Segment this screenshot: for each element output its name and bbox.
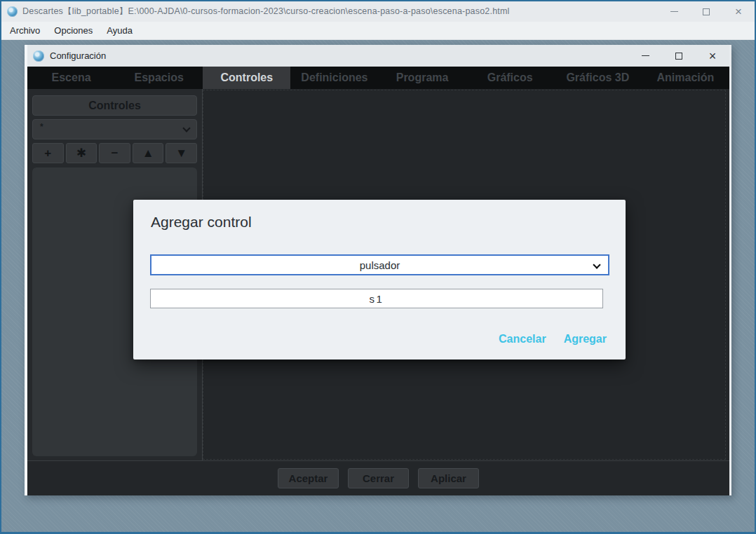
- tab-escena[interactable]: Escena: [27, 67, 115, 89]
- chevron-down-icon: [593, 261, 600, 268]
- descartes-logo-icon: [7, 6, 18, 17]
- cancelar-button[interactable]: Cancelar: [499, 333, 546, 345]
- control-filter-value: *: [40, 120, 43, 132]
- config-window-controls: ×: [628, 45, 729, 67]
- control-name-input[interactable]: [150, 289, 603, 308]
- tab-controles[interactable]: Controles: [203, 67, 290, 89]
- dialog-actions: Cancelar Agregar: [499, 333, 607, 345]
- dialog-title: Agregar control: [151, 214, 252, 231]
- aceptar-button[interactable]: Aceptar: [278, 468, 339, 488]
- controls-panel-header: Controles: [32, 95, 197, 116]
- control-filter-select[interactable]: *: [32, 119, 197, 139]
- aplicar-button[interactable]: Aplicar: [418, 468, 479, 488]
- agregar-button[interactable]: Agregar: [564, 333, 607, 345]
- menu-ayuda[interactable]: Ayuda: [100, 22, 140, 39]
- move-up-button[interactable]: ▲: [133, 143, 164, 163]
- cerrar-button[interactable]: Cerrar: [348, 468, 409, 488]
- tab-graficos-3d[interactable]: Gráficos 3D: [554, 67, 642, 89]
- menu-archivo[interactable]: Archivo: [3, 22, 47, 39]
- duplicate-control-button[interactable]: ✱: [66, 143, 97, 163]
- tab-animacion[interactable]: Animación: [642, 67, 729, 89]
- chevron-down-icon: [182, 124, 190, 132]
- maximize-icon[interactable]: [690, 1, 722, 22]
- agregar-control-dialog: Agregar control pulsador Cancelar Agrega…: [133, 200, 626, 360]
- move-down-button[interactable]: ▼: [166, 143, 197, 163]
- config-window-title: Configuración: [50, 50, 106, 61]
- control-type-value: pulsador: [360, 259, 400, 271]
- tab-graficos[interactable]: Gráficos: [466, 67, 554, 89]
- tab-espacios[interactable]: Espacios: [115, 67, 203, 89]
- main-window-title: Descartes【lib_portable】E:\000-AJDA\0-cur…: [22, 6, 510, 18]
- descartes-logo-icon: [33, 50, 44, 62]
- maximize-icon[interactable]: [662, 45, 696, 67]
- close-icon[interactable]: ×: [722, 1, 755, 22]
- config-tabbar: Escena Espacios Controles Definiciones P…: [27, 67, 729, 89]
- controls-toolbar: + ✱ − ▲ ▼: [32, 143, 197, 163]
- minimize-icon[interactable]: [628, 45, 662, 67]
- main-titlebar: Descartes【lib_portable】E:\000-AJDA\0-cur…: [1, 1, 755, 22]
- config-titlebar: Configuración ×: [27, 45, 729, 67]
- main-window: Descartes【lib_portable】E:\000-AJDA\0-cur…: [0, 0, 756, 534]
- menu-opciones[interactable]: Opciones: [47, 22, 100, 39]
- close-icon[interactable]: ×: [696, 45, 729, 67]
- remove-control-button[interactable]: −: [99, 143, 130, 163]
- minimize-icon[interactable]: [658, 1, 690, 22]
- control-type-select[interactable]: pulsador: [150, 254, 609, 275]
- main-window-controls: ×: [658, 1, 755, 22]
- config-footer: Aceptar Cerrar Aplicar: [27, 460, 729, 495]
- add-control-button[interactable]: +: [32, 143, 64, 163]
- tab-programa[interactable]: Programa: [379, 67, 466, 89]
- menubar: Archivo Opciones Ayuda: [1, 22, 755, 40]
- tab-definiciones[interactable]: Definiciones: [290, 67, 378, 89]
